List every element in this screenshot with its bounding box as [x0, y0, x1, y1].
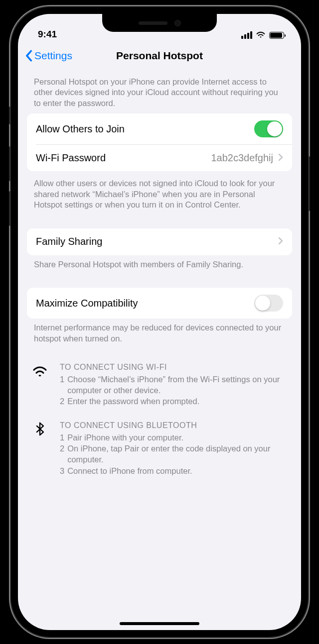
family-sharing-description: Share Personal Hotspot with members of F… [27, 255, 292, 275]
allow-others-row[interactable]: Allow Others to Join [27, 113, 292, 144]
bluetooth-step-2: On iPhone, tap Pair or enter the code di… [67, 443, 287, 465]
chevron-right-icon [278, 237, 283, 247]
wifi-instructions-title: TO CONNECT USING WI-FI [60, 363, 287, 372]
maximize-compatibility-label: Maximize Compatibility [36, 298, 138, 309]
maximize-compatibility-toggle[interactable] [254, 295, 283, 312]
battery-icon [269, 32, 284, 39]
wifi-step-1: Choose “Michael’s iPhone” from the Wi-Fi… [67, 374, 287, 396]
bluetooth-instructions: TO CONNECT USING BLUETOOTH 1Pair iPhone … [32, 421, 287, 476]
back-label: Settings [34, 50, 72, 62]
maximize-compatibility-description: Internet performance may be reduced for … [27, 319, 292, 349]
wifi-step-2: Enter the password when prompted. [67, 396, 199, 407]
allow-others-toggle[interactable] [254, 120, 283, 137]
page-title: Personal Hotspot [116, 50, 203, 62]
cellular-signal-icon [241, 31, 252, 39]
wifi-password-label: Wi-Fi Password [36, 152, 106, 164]
navigation-bar: Settings Personal Hotspot [18, 42, 301, 70]
bluetooth-instructions-title: TO CONNECT USING BLUETOOTH [60, 421, 287, 430]
allow-others-description: Allow other users or devices not signed … [27, 171, 292, 215]
wifi-icon [32, 363, 49, 407]
chevron-right-icon [278, 153, 283, 163]
wifi-password-row[interactable]: Wi-Fi Password 1ab2c3defghij [36, 144, 292, 171]
back-button[interactable]: Settings [25, 50, 72, 62]
wifi-password-value: 1ab2c3defghij [211, 152, 273, 164]
header-description: Personal Hotspot on your iPhone can prov… [27, 70, 292, 113]
chevron-left-icon [25, 50, 32, 62]
wifi-icon [256, 30, 266, 40]
bluetooth-icon [32, 421, 49, 476]
wifi-instructions: TO CONNECT USING WI-FI 1Choose “Michael’… [32, 363, 287, 407]
bluetooth-step-3: Connect to iPhone from computer. [67, 465, 192, 476]
bluetooth-step-1: Pair iPhone with your computer. [67, 432, 183, 443]
maximize-compatibility-row[interactable]: Maximize Compatibility [27, 288, 292, 319]
status-time: 9:41 [38, 29, 57, 40]
family-sharing-row[interactable]: Family Sharing [27, 228, 292, 255]
family-sharing-label: Family Sharing [36, 236, 102, 247]
home-indicator[interactable] [120, 622, 199, 625]
allow-others-label: Allow Others to Join [36, 123, 125, 135]
